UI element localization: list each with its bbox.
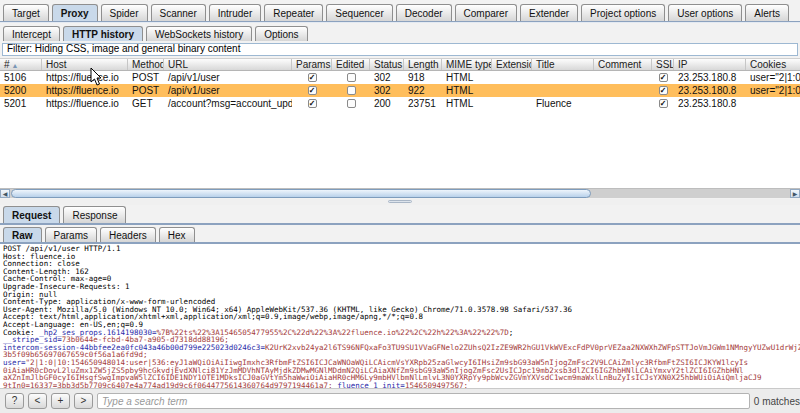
cell-url: /api/v1/user bbox=[164, 71, 292, 84]
tab-sequencer[interactable]: Sequencer bbox=[326, 4, 392, 21]
cell--: 5201 bbox=[0, 97, 42, 110]
table-row-selected[interactable]: 5200https://fluence.ioPOST/api/v1/user30… bbox=[0, 84, 800, 97]
sort-ascending-icon: ▲ bbox=[10, 62, 19, 69]
cell-length: 918 bbox=[404, 71, 442, 84]
main-tab-bar: TargetProxySpiderScannerIntruderRepeater… bbox=[0, 0, 800, 21]
tab-extender[interactable]: Extender bbox=[520, 4, 578, 21]
cell--: 5106 bbox=[0, 71, 42, 84]
splitter-grip-icon[interactable] bbox=[388, 200, 412, 203]
cell-method: POST bbox=[128, 71, 164, 84]
tab-request[interactable]: Request bbox=[3, 206, 60, 223]
cell-extension bbox=[492, 71, 532, 84]
tab-raw[interactable]: Raw bbox=[3, 227, 42, 242]
request-editor[interactable]: POST /api/v1/user HTTP/1.1Host: fluence.… bbox=[0, 244, 800, 388]
column-header-title[interactable]: Title bbox=[532, 59, 594, 70]
filter-bar[interactable]: Filter: Hiding CSS, image and general bi… bbox=[2, 43, 798, 56]
tab-options[interactable]: Options bbox=[255, 26, 307, 41]
cell-params bbox=[292, 97, 332, 110]
search-next-button[interactable]: > bbox=[74, 393, 93, 409]
scroll-right-icon[interactable]: ▶ bbox=[790, 189, 800, 198]
cell-title bbox=[532, 84, 594, 97]
tab-decoder[interactable]: Decoder bbox=[396, 4, 452, 21]
request-line: Content-Length: 162 bbox=[3, 268, 800, 276]
cell-mime-type: HTML bbox=[442, 97, 492, 110]
column-header-extension[interactable]: Extension bbox=[492, 59, 532, 70]
column-header--[interactable]: # ▲ bbox=[0, 59, 42, 70]
column-header-params[interactable]: Params bbox=[292, 59, 332, 70]
match-count: 0 matches bbox=[754, 396, 800, 407]
tab-spider[interactable]: Spider bbox=[101, 4, 148, 21]
tab-response[interactable]: Response bbox=[63, 206, 126, 223]
filter-label: Filter: Hiding CSS, image and general bi… bbox=[7, 43, 240, 54]
tab-alerts[interactable]: Alerts bbox=[745, 4, 789, 21]
tab-user-options[interactable]: User options bbox=[668, 4, 742, 21]
tab-http-history[interactable]: HTTP history bbox=[63, 26, 143, 41]
column-header-cookies[interactable]: Cookies bbox=[746, 59, 800, 70]
table-body: 5106https://fluence.ioPOST/api/v1/user30… bbox=[0, 71, 800, 110]
cell-ip: 23.253.180.8 bbox=[674, 84, 746, 97]
edited-unchecked-checkbox bbox=[347, 99, 356, 108]
tab-target[interactable]: Target bbox=[3, 4, 49, 21]
search-options-button[interactable]: ? bbox=[5, 393, 24, 409]
tab-scanner[interactable]: Scanner bbox=[151, 4, 206, 21]
cell--: 5200 bbox=[0, 84, 42, 97]
search-input[interactable] bbox=[97, 393, 750, 409]
search-add-button[interactable]: + bbox=[51, 393, 70, 409]
column-header-status[interactable]: Status bbox=[370, 59, 404, 70]
cell-host: https://fluence.io bbox=[42, 84, 128, 97]
request-line: Upgrade-Insecure-Requests: 1 bbox=[3, 283, 800, 291]
tab-intruder[interactable]: Intruder bbox=[209, 4, 261, 21]
cell-ssl bbox=[652, 97, 674, 110]
table-header: # ▲HostMethodURLParamsEditedStatusLength… bbox=[0, 58, 800, 71]
cell-comment bbox=[594, 97, 652, 110]
cell-edited bbox=[332, 84, 370, 97]
cell-status: 200 bbox=[370, 97, 404, 110]
cell-mime-type: HTML bbox=[442, 84, 492, 97]
table-row[interactable]: 5106https://fluence.ioPOST/api/v1/user30… bbox=[0, 71, 800, 84]
cell-ip: 23.253.180.8 bbox=[674, 97, 746, 110]
scrollbar-thumb[interactable] bbox=[11, 189, 591, 198]
tab-proxy[interactable]: Proxy bbox=[52, 4, 98, 21]
table-row[interactable]: 5201https://fluence.ioGET/account?msg=ac… bbox=[0, 97, 800, 110]
tab-params[interactable]: Params bbox=[45, 227, 97, 242]
edited-unchecked-checkbox bbox=[347, 86, 356, 95]
request-line: Host: fluence.io bbox=[3, 253, 800, 261]
column-header-ip[interactable]: IP bbox=[674, 59, 746, 70]
cell-length: 23751 bbox=[404, 97, 442, 110]
tab-hex[interactable]: Hex bbox=[159, 227, 195, 242]
scroll-left-icon[interactable]: ◀ bbox=[0, 189, 10, 198]
ssl-checked-checkbox bbox=[659, 99, 668, 108]
ssl-checked-checkbox bbox=[659, 86, 668, 95]
tab-websockets-history[interactable]: WebSockets history bbox=[146, 26, 252, 41]
column-header-length[interactable]: Length bbox=[404, 59, 442, 70]
tab-repeater[interactable]: Repeater bbox=[264, 4, 323, 21]
tab-divider bbox=[0, 223, 800, 225]
column-header-mime-type[interactable]: MIME type bbox=[442, 59, 492, 70]
cell-comment bbox=[594, 84, 652, 97]
tab-divider bbox=[0, 21, 800, 23]
cell-edited bbox=[332, 97, 370, 110]
params-checked-checkbox bbox=[308, 86, 317, 95]
column-header-comment[interactable]: Comment bbox=[594, 59, 652, 70]
column-header-url[interactable]: URL bbox=[164, 59, 292, 70]
cell-title: Fluence bbox=[532, 97, 594, 110]
params-checked-checkbox bbox=[308, 73, 317, 82]
tab-headers[interactable]: Headers bbox=[100, 227, 156, 242]
request-line: POST /api/v1/user HTTP/1.1 bbox=[3, 245, 800, 253]
proxy-tab-bar: InterceptHTTP historyWebSockets historyO… bbox=[0, 25, 800, 41]
cell-cookies bbox=[746, 97, 800, 110]
tab-project-options[interactable]: Project options bbox=[581, 4, 665, 21]
column-header-edited[interactable]: Edited bbox=[332, 59, 370, 70]
column-header-host[interactable]: Host bbox=[42, 59, 128, 70]
pane-splitter[interactable] bbox=[0, 199, 800, 205]
tab-comparer[interactable]: Comparer bbox=[455, 4, 517, 21]
cell-title bbox=[532, 71, 594, 84]
column-header-ssl[interactable]: SSL bbox=[652, 59, 674, 70]
tab-intercept[interactable]: Intercept bbox=[3, 26, 60, 41]
horizontal-scrollbar[interactable]: ◀ ▶ bbox=[0, 188, 800, 198]
cell-status: 302 bbox=[370, 84, 404, 97]
column-header-method[interactable]: Method bbox=[128, 59, 164, 70]
cell-params bbox=[292, 71, 332, 84]
cell-mime-type: HTML bbox=[442, 71, 492, 84]
search-previous-button[interactable]: < bbox=[28, 393, 47, 409]
